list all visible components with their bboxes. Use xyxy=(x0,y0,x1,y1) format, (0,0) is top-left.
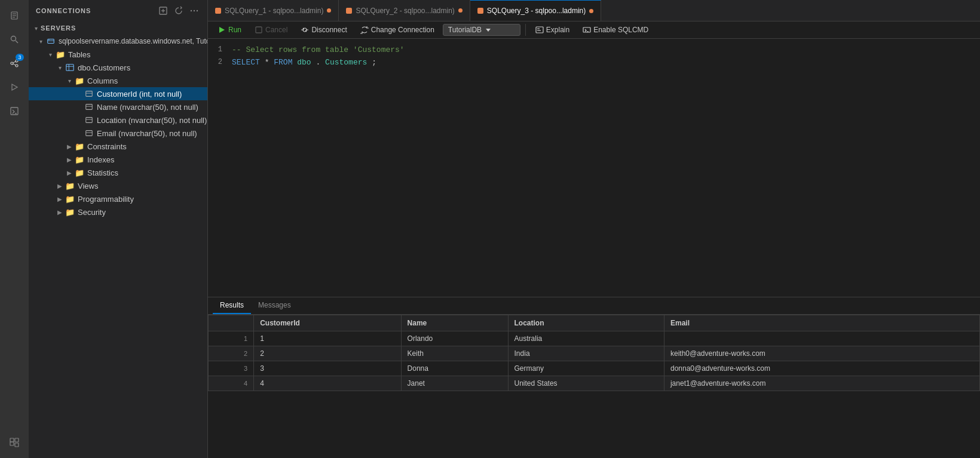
cell-customerid-3: 3 xyxy=(254,361,401,376)
extensions-activity-icon[interactable] xyxy=(4,432,25,453)
toolbar: Run Cancel Disconnect Change Connection … xyxy=(208,21,980,39)
customers-chevron: ▾ xyxy=(55,63,65,72)
programmability-label: Programmability xyxy=(78,195,134,204)
results-tab[interactable]: Results xyxy=(213,297,251,314)
column-icon-3 xyxy=(84,115,94,125)
sidebar-header-icons xyxy=(157,5,200,17)
servers-label: SERVERS xyxy=(41,24,76,32)
tables-group[interactable]: ▾ 📁 Tables xyxy=(29,48,207,61)
servers-group[interactable]: ▾ SERVERS xyxy=(29,21,207,35)
columns-label: Columns xyxy=(87,76,118,85)
disconnect-button[interactable]: Disconnect xyxy=(296,24,351,36)
svg-point-6 xyxy=(11,62,13,64)
cancel-label: Cancel xyxy=(265,26,287,34)
code-comment: -- Select rows from table 'Customers' xyxy=(232,44,405,56)
code-editor[interactable]: 1 -- Select rows from table 'Customers' … xyxy=(208,39,980,297)
svg-marker-38 xyxy=(219,27,225,33)
prog-folder-icon: 📁 xyxy=(65,193,75,204)
constraints-folder-icon: 📁 xyxy=(74,141,85,152)
database-selector[interactable]: TutorialDB xyxy=(443,24,520,36)
tab-bar: SQLQuery_1 - sqlpoo...ladmin) SQLQuery_2… xyxy=(208,0,980,21)
change-connection-button[interactable]: Change Connection xyxy=(356,24,439,36)
row-num-2: 2 xyxy=(209,346,254,361)
svg-point-23 xyxy=(197,10,198,11)
server-item[interactable]: ▾ sqlpoolservername.database.windows.net… xyxy=(29,35,207,48)
tab-sqlquery2[interactable]: SQLQuery_2 - sqlpoo...ladmin) xyxy=(339,0,470,21)
row-num-1: 1 xyxy=(209,331,254,346)
svg-rect-39 xyxy=(256,27,262,33)
security-folder-icon: 📁 xyxy=(65,207,75,217)
row-num-3: 3 xyxy=(209,361,254,376)
security-chevron: ▶ xyxy=(55,207,65,217)
columns-folder-icon: 📁 xyxy=(74,75,85,86)
tab-sqlquery1[interactable]: SQLQuery_1 - sqlpoo...ladmin) xyxy=(208,0,339,21)
svg-rect-16 xyxy=(15,443,19,447)
col-header-customerid: CustomerId xyxy=(254,315,401,331)
messages-tab[interactable]: Messages xyxy=(251,297,298,314)
cell-name-1: Orlando xyxy=(401,331,508,346)
cell-customerid-4: 4 xyxy=(254,376,401,391)
explorer-icon[interactable] xyxy=(4,5,25,26)
terminal-activity-icon[interactable] xyxy=(4,100,25,122)
tab-sqlquery3[interactable]: SQLQuery_3 - sqlpoo...ladmin) xyxy=(470,0,601,21)
svg-point-22 xyxy=(194,10,195,11)
dropdown-arrow-icon xyxy=(485,27,491,33)
views-folder-icon: 📁 xyxy=(65,180,75,191)
column-item-email[interactable]: ▾ Email (nvarchar(50), not null) xyxy=(29,127,207,140)
more-options-icon[interactable] xyxy=(188,5,200,17)
svg-line-9 xyxy=(13,62,16,63)
column-icon-1 xyxy=(84,88,94,99)
column-item-customerid[interactable]: ▾ CustomerId (int, not null) xyxy=(29,87,207,100)
statistics-group[interactable]: ▶ 📁 Statistics xyxy=(29,166,207,179)
svg-rect-34 xyxy=(86,118,93,123)
sidebar: CONNECTIONS ▾ SERVERS ▾ sql xyxy=(29,0,208,458)
tab1-dot xyxy=(327,8,331,13)
svg-rect-17 xyxy=(10,438,14,442)
table-icon xyxy=(65,62,75,73)
cell-name-3: Donna xyxy=(401,361,508,376)
explain-button[interactable]: Explain xyxy=(531,24,574,36)
tab3-label: SQLQuery_3 - sqlpoo...ladmin) xyxy=(487,7,586,15)
svg-rect-44 xyxy=(536,27,543,33)
server-name: sqlpoolservername.database.windows.net, … xyxy=(59,37,207,45)
cell-location-3: Germany xyxy=(508,361,664,376)
run-button[interactable]: Run xyxy=(213,24,246,36)
run-debug-icon[interactable] xyxy=(4,76,25,98)
columns-group[interactable]: ▾ 📁 Columns xyxy=(29,74,207,87)
toolbar-separator xyxy=(525,24,526,36)
cell-email-4: janet1@adventure-works.com xyxy=(664,376,979,391)
new-connection-icon[interactable] xyxy=(157,5,169,17)
refresh-icon[interactable] xyxy=(173,5,185,17)
constraints-group[interactable]: ▶ 📁 Constraints xyxy=(29,140,207,153)
views-group[interactable]: ▶ 📁 Views xyxy=(29,179,207,192)
svg-marker-43 xyxy=(486,29,491,32)
constraints-label: Constraints xyxy=(87,142,127,151)
indexes-group[interactable]: ▶ 📁 Indexes xyxy=(29,153,207,166)
cancel-button[interactable]: Cancel xyxy=(250,24,292,36)
table-item-customers[interactable]: ▾ dbo.Customers xyxy=(29,61,207,74)
search-activity-icon[interactable] xyxy=(4,29,25,50)
svg-rect-27 xyxy=(66,64,74,71)
table-name: dbo.Customers xyxy=(78,63,130,72)
svg-line-5 xyxy=(16,41,18,43)
tab3-icon xyxy=(477,8,483,14)
svg-point-21 xyxy=(191,10,192,11)
security-group[interactable]: ▶ 📁 Security xyxy=(29,205,207,219)
column-item-name[interactable]: ▾ Name (nvarchar(50), not null) xyxy=(29,100,207,113)
results-table-wrap: CustomerId Name Location Email 1 1 Orlan… xyxy=(208,315,980,458)
disconnect-label: Disconnect xyxy=(311,26,347,34)
tables-folder-icon: 📁 xyxy=(55,49,66,60)
programmability-group[interactable]: ▶ 📁 Programmability xyxy=(29,192,207,205)
connections-icon[interactable]: 3 xyxy=(4,53,25,74)
connections-title: CONNECTIONS xyxy=(36,7,91,14)
explain-label: Explain xyxy=(546,26,569,34)
enable-sqlcmd-button[interactable]: Enable SQLCMD xyxy=(578,24,653,36)
column-name-3: Location (nvarchar(50), not null) xyxy=(97,116,207,125)
views-chevron: ▶ xyxy=(55,181,65,190)
cell-location-2: India xyxy=(508,346,664,361)
db-name: TutorialDB xyxy=(448,26,482,34)
servers-chevron: ▾ xyxy=(31,23,41,33)
svg-rect-14 xyxy=(10,442,14,445)
results-tab-bar: Results Messages xyxy=(208,297,980,315)
column-item-location[interactable]: ▾ Location (nvarchar(50), not null) xyxy=(29,113,207,127)
